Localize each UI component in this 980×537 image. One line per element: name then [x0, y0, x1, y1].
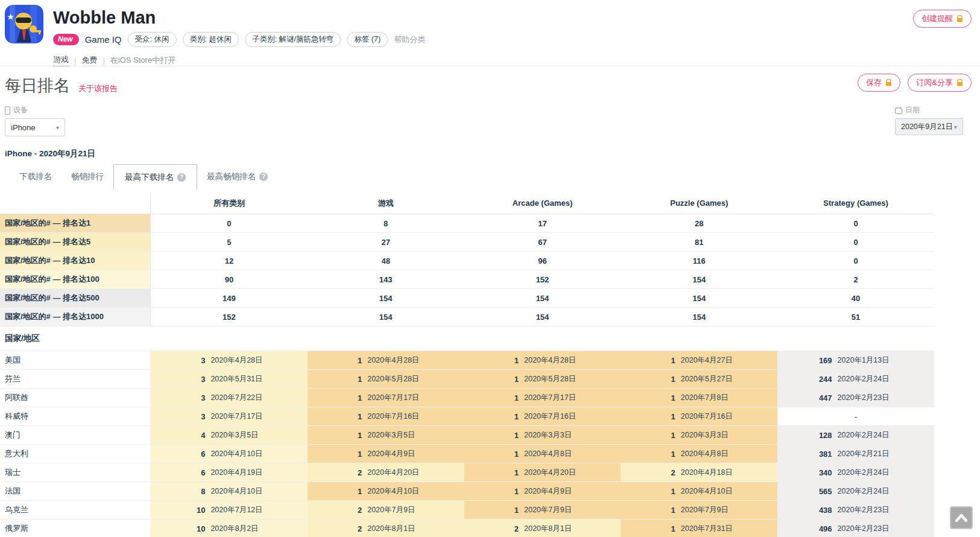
- country-row-0: 美国32020年4月28日12020年4月28日12020年4月28日12020…: [0, 351, 934, 370]
- rank-cell: 12020年3月3日: [464, 426, 621, 444]
- summary-cell: 96: [464, 252, 621, 270]
- rank-date: 2020年7月16日: [681, 411, 744, 422]
- rank-date: 2020年7月17日: [210, 411, 273, 422]
- tab-2[interactable]: 最高下载排名?: [113, 164, 197, 189]
- rank-date: 2020年7月8日: [681, 393, 744, 403]
- countries-section-row: 国家/地区: [0, 326, 934, 351]
- rank-date: 2020年5月27日: [681, 374, 744, 384]
- country-name: 意大利: [0, 445, 151, 463]
- question-icon[interactable]: ?: [259, 173, 268, 181]
- section-spacer: [464, 326, 621, 351]
- summary-cell: 2: [777, 270, 934, 288]
- category-pill-2[interactable]: 子类别: 解谜/脑筋急转弯: [245, 32, 341, 47]
- page-title: 每日排名: [5, 75, 70, 97]
- country-name: 科威特: [0, 407, 151, 425]
- rank-value: 1: [498, 431, 519, 440]
- summary-cell: 0: [777, 252, 934, 270]
- rank-value: 1: [498, 468, 519, 477]
- summary-cell: 17: [464, 214, 621, 232]
- rank-date: 2020年2月23日: [838, 393, 900, 403]
- rank-cell: 42020年3月5日: [151, 426, 308, 444]
- rank-value: 10: [185, 506, 205, 515]
- rank-date: 2020年7月16日: [524, 411, 587, 422]
- summary-cell: 152: [464, 270, 621, 288]
- rank-value: 1: [655, 450, 675, 459]
- rank-cell: 12020年4月9日: [308, 445, 464, 463]
- country-name: 阿联酋: [0, 389, 151, 407]
- summary-cell: 143: [308, 270, 464, 288]
- rank-value: 8: [185, 487, 205, 496]
- summary-cell: 152: [151, 308, 308, 326]
- rank-value: 2: [498, 524, 519, 533]
- rank-cell: 12020年7月17日: [308, 389, 464, 407]
- divider: |: [74, 56, 76, 65]
- section-spacer: [621, 326, 777, 351]
- rank-value: 3: [185, 356, 205, 365]
- category-pill-1[interactable]: 类别: 超休闲: [183, 32, 239, 47]
- rank-date: 2020年8月1日: [524, 524, 587, 534]
- rank-cell: 1282020年2月24日: [777, 426, 934, 444]
- summary-cell: 27: [308, 233, 464, 251]
- summary-row-label: 国家/地区的# — 排名达100: [0, 270, 151, 288]
- country-name: 俄罗斯: [0, 520, 151, 537]
- rank-date: 2020年5月31日: [210, 374, 273, 384]
- create-alert-button[interactable]: 创建提醒: [913, 10, 972, 28]
- rank-value: 1: [498, 487, 519, 496]
- rank-value: 1: [655, 412, 675, 421]
- device-select[interactable]: iPhone ▾: [5, 118, 65, 136]
- rank-cell: 22020年7月9日: [308, 501, 464, 519]
- rank-cell: 32020年7月22日: [151, 389, 308, 407]
- tab-1[interactable]: 畅销排行: [62, 164, 113, 189]
- rank-value: 1: [655, 431, 675, 440]
- tab-0[interactable]: 下载排名: [10, 164, 62, 189]
- tab-3[interactable]: 最高畅销排名?: [197, 164, 277, 189]
- column-header-1: 游戏: [308, 192, 464, 214]
- help-classify-link[interactable]: 帮助分类: [394, 34, 425, 45]
- rank-value: 1: [498, 450, 519, 459]
- rank-value: 1: [655, 487, 675, 496]
- rank-date: 2020年7月9日: [367, 505, 430, 515]
- category-pill-0[interactable]: 受众: 休闲: [128, 32, 177, 47]
- rank-cell: 32020年7月17日: [151, 407, 308, 425]
- new-badge: New: [53, 34, 79, 45]
- about-report-link[interactable]: 关于该报告: [78, 83, 118, 94]
- country-row-1: 芬兰32020年5月31日12020年5月28日12020年5月28日12020…: [0, 370, 934, 389]
- country-name: 美国: [0, 351, 151, 369]
- device-label: 设备: [13, 105, 28, 115]
- rank-cell: 5652020年2月24日: [777, 482, 934, 500]
- app-icon: [5, 5, 43, 43]
- rank-value: 1: [341, 375, 362, 384]
- rank-value: 169: [812, 356, 832, 365]
- category-pill-3[interactable]: 标签 (7): [347, 32, 388, 47]
- rank-cell: -: [777, 407, 934, 425]
- rank-table: 所有类别游戏Arcade (Games)Puzzle (Games)Strate…: [0, 192, 934, 537]
- save-button[interactable]: 保存: [858, 74, 900, 92]
- question-icon[interactable]: ?: [177, 173, 186, 182]
- rank-date: 2020年4月9日: [367, 449, 430, 459]
- scroll-top-button[interactable]: [950, 506, 973, 529]
- summary-cell: 0: [151, 214, 308, 232]
- summary-cell: 90: [151, 270, 308, 288]
- rank-cell: 62020年4月19日: [151, 463, 308, 481]
- rank-value: 2: [341, 468, 362, 477]
- rank-cell: 32020年4月28日: [151, 351, 308, 369]
- chevron-down-icon: ▾: [56, 124, 59, 131]
- summary-row-label: 国家/地区的# — 排名达10: [0, 252, 151, 270]
- open-store-link[interactable]: 在iOS Store中打开: [110, 55, 175, 66]
- rank-date: 2020年2月24日: [838, 486, 900, 497]
- country-row-4: 澳门42020年3月5日12020年3月5日12020年3月3日12020年3月…: [0, 426, 934, 445]
- rank-date: 2020年4月27日: [681, 355, 744, 366]
- rank-value: 6: [185, 468, 205, 477]
- game-iq-label: Game IQ: [85, 34, 122, 45]
- rank-date: 2020年7月16日: [367, 411, 430, 422]
- app-category-link[interactable]: 游戏: [53, 54, 69, 66]
- summary-cell: 154: [308, 308, 464, 326]
- rank-cell: 12020年7月31日: [621, 520, 777, 537]
- summary-cell: 154: [621, 270, 777, 288]
- date-select[interactable]: 2020年9月21日 ▾: [895, 118, 963, 135]
- subscribe-share-button[interactable]: 订阅&分享: [908, 74, 972, 92]
- rank-value: 1: [655, 356, 675, 365]
- rank-value: 244: [812, 375, 832, 384]
- rank-value: 1: [655, 506, 675, 515]
- app-header: Wobble Man New Game IQ 受众: 休闲类别: 超休闲子类别:…: [0, 0, 980, 66]
